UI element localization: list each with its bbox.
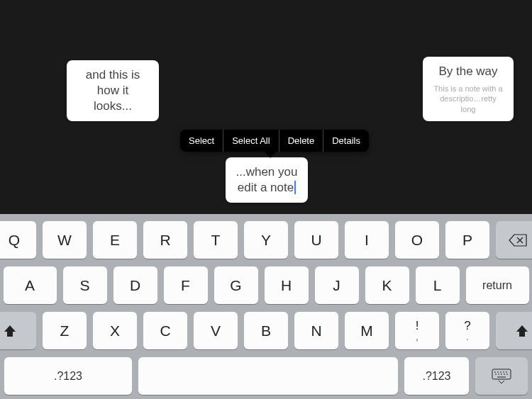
key-sublabel: .: [466, 332, 469, 342]
key-p[interactable]: P: [445, 221, 489, 259]
key-shift-right[interactable]: [496, 312, 532, 349]
key-punct-question[interactable]: ? .: [445, 312, 489, 349]
key-z[interactable]: Z: [43, 312, 87, 349]
menu-select[interactable]: Select: [180, 130, 223, 152]
note-title-editing[interactable]: ...when you edit a note: [236, 165, 298, 194]
note-card[interactable]: By the way This is a note with a descrip…: [423, 57, 514, 121]
backspace-icon: [509, 234, 527, 247]
text-cursor: [294, 181, 296, 194]
note-description: This is a note with a descriptio…retty l…: [433, 84, 504, 114]
key-y[interactable]: Y: [244, 221, 288, 259]
key-f[interactable]: F: [164, 266, 208, 304]
menu-select-all[interactable]: Select All: [223, 130, 279, 152]
key-l[interactable]: L: [416, 266, 460, 304]
key-u[interactable]: U: [294, 221, 338, 259]
key-space[interactable]: [138, 357, 398, 395]
key-n[interactable]: N: [294, 312, 338, 349]
key-a[interactable]: A: [4, 266, 57, 304]
key-e[interactable]: E: [93, 221, 137, 259]
key-k[interactable]: K: [365, 266, 409, 304]
key-h[interactable]: H: [265, 266, 309, 304]
key-b[interactable]: B: [244, 312, 288, 349]
menu-details[interactable]: Details: [323, 130, 369, 152]
key-w[interactable]: W: [43, 221, 87, 259]
key-j[interactable]: J: [315, 266, 359, 304]
key-hide-keyboard[interactable]: [475, 357, 528, 395]
note-title: and this is how it looks...: [77, 67, 149, 114]
shift-icon: [515, 324, 529, 338]
key-r[interactable]: R: [143, 221, 187, 259]
key-x[interactable]: X: [93, 312, 137, 349]
note-title: By the way: [433, 64, 504, 79]
key-d[interactable]: D: [113, 266, 157, 304]
context-menu: Select Select All Delete Details: [180, 130, 369, 152]
note-card[interactable]: and this is how it looks...: [67, 60, 159, 121]
key-shift-left[interactable]: [0, 312, 36, 349]
keyboard: Q W E R T Y U I O P A S D F G H J K L re…: [0, 214, 532, 399]
key-label: ?: [464, 320, 470, 332]
hide-keyboard-icon: [492, 369, 511, 384]
notes-canvas[interactable]: and this is how it looks... By the way T…: [0, 0, 532, 214]
key-s[interactable]: S: [63, 266, 107, 304]
key-label: !: [416, 320, 419, 332]
key-t[interactable]: T: [194, 221, 238, 259]
key-mode-right[interactable]: .?123: [404, 357, 469, 395]
key-m[interactable]: M: [345, 312, 389, 349]
key-c[interactable]: C: [143, 312, 187, 349]
key-sublabel: ,: [416, 332, 419, 342]
key-i[interactable]: I: [345, 221, 389, 259]
key-punct-exclaim[interactable]: ! ,: [395, 312, 439, 349]
key-o[interactable]: O: [395, 221, 439, 259]
context-menu-arrow-icon: [265, 152, 276, 158]
shift-icon: [3, 324, 17, 338]
menu-delete[interactable]: Delete: [279, 130, 324, 152]
key-v[interactable]: V: [194, 312, 238, 349]
note-card-editing[interactable]: ...when you edit a note: [226, 157, 308, 203]
key-g[interactable]: G: [214, 266, 258, 304]
key-q[interactable]: Q: [0, 221, 36, 259]
key-mode-left[interactable]: .?123: [4, 357, 132, 395]
key-return[interactable]: return: [466, 266, 529, 304]
key-backspace[interactable]: [496, 221, 532, 259]
